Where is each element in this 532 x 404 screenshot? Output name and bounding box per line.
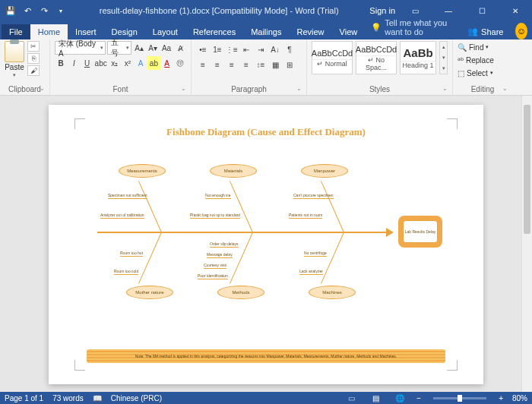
strikethrough-button[interactable]: abc	[94, 56, 108, 70]
share-button[interactable]: 👥 Share	[460, 24, 511, 39]
tab-layout[interactable]: Layout	[145, 24, 185, 39]
align-center-icon[interactable]: ≡	[211, 58, 224, 71]
style-normal[interactable]: AaBbCcDd ↵ Normal	[312, 41, 353, 74]
style-preview: AaBbCcDd	[312, 49, 353, 58]
status-words[interactable]: 73 words	[52, 394, 84, 402]
show-marks-icon[interactable]: ¶	[283, 43, 296, 56]
status-proofing-icon[interactable]: 📖	[93, 394, 102, 402]
align-right-icon[interactable]: ≡	[225, 58, 239, 71]
shading-icon[interactable]: ▦	[268, 58, 282, 71]
styles-gallery-more[interactable]: ▴▾▾	[439, 41, 448, 74]
qat-more-icon[interactable]: ▾	[53, 3, 68, 18]
zoom-in-icon[interactable]: +	[499, 394, 503, 402]
cause-item: Patients not in room	[289, 213, 322, 219]
style-no-spacing[interactable]: AaBbCcDd ↵ No Spac...	[356, 41, 397, 74]
margin-corner	[447, 118, 458, 129]
signin-link[interactable]: Sign in	[369, 6, 395, 15]
fishbone-head: Lab Results Delay	[398, 216, 442, 248]
text-effects-icon[interactable]: A	[135, 56, 147, 70]
window-title: result-delay-fishbone (1).docx [Compatib…	[68, 6, 369, 15]
status-page[interactable]: Page 1 of 1	[5, 394, 43, 402]
fishbone-bone	[321, 181, 344, 232]
margin-corner	[447, 360, 458, 371]
superscript-button[interactable]: x²	[122, 56, 134, 70]
undo-icon[interactable]: ↶	[20, 3, 35, 18]
zoom-level[interactable]: 80%	[512, 394, 527, 402]
tell-me-search[interactable]: 💡 Tell me what you want to do	[365, 15, 460, 39]
cause-item: Not enough ice	[205, 193, 231, 199]
bold-button[interactable]: B	[55, 56, 67, 70]
group-label-editing: Editing	[458, 84, 508, 95]
vertical-scrollbar[interactable]	[521, 96, 532, 392]
feedback-smiley-icon[interactable]: ☺	[515, 23, 527, 39]
cause-item: Analyzer out of calibration	[100, 213, 144, 219]
underline-button[interactable]: U	[81, 56, 93, 70]
tab-design[interactable]: Design	[104, 24, 145, 39]
font-size-combo[interactable]: 五号	[107, 41, 131, 55]
format-painter-icon[interactable]: 🖌	[27, 65, 40, 76]
multilevel-icon[interactable]: ⋮≡	[225, 43, 239, 56]
group-styles: AaBbCcDd ↵ Normal AaBbCcDd ↵ No Spac... …	[307, 39, 453, 95]
change-case-icon[interactable]: Aa	[160, 41, 173, 55]
line-spacing-icon[interactable]: ↕≡	[254, 58, 268, 71]
margin-corner	[74, 118, 85, 129]
cause-item: Plastic bag not up to standard	[190, 213, 240, 219]
paste-button[interactable]: Paste ▾	[5, 41, 24, 78]
category-measurements: Measurements	[119, 164, 166, 178]
category-manpower: Manpower	[301, 164, 348, 178]
justify-icon[interactable]: ≡	[239, 58, 253, 71]
select-button[interactable]: ⬚Select▾	[458, 67, 508, 79]
borders-icon[interactable]: ⊞	[283, 58, 296, 71]
zoom-slider[interactable]	[433, 397, 486, 399]
style-preview: AaBb	[403, 46, 432, 59]
align-left-icon[interactable]: ≡	[196, 58, 210, 71]
italic-button[interactable]: I	[68, 56, 80, 70]
zoom-out-icon[interactable]: −	[416, 394, 421, 402]
document-page[interactable]: Fishbone Diagram (Cause and Effect Diagr…	[49, 105, 483, 384]
tab-references[interactable]: References	[185, 24, 243, 39]
cause-item: No centrifuge	[304, 251, 327, 257]
tab-view[interactable]: View	[332, 24, 366, 39]
status-language[interactable]: Chinese (PRC)	[111, 394, 162, 402]
clear-formatting-icon[interactable]: A̷	[174, 41, 186, 55]
style-heading1[interactable]: AaBb Heading 1	[400, 41, 436, 74]
copy-icon[interactable]: ⎘	[27, 53, 40, 64]
cause-item: Room too cold	[114, 269, 138, 275]
find-button[interactable]: 🔍Find▾	[458, 41, 508, 53]
close-icon[interactable]: ✕	[502, 0, 529, 21]
highlight-icon[interactable]: ab	[147, 56, 160, 70]
save-icon[interactable]: 💾	[3, 3, 18, 18]
cause-item: Room too hot	[120, 251, 143, 257]
group-editing: 🔍Find▾ ᵃᵇReplace ⬚Select▾ Editing	[453, 39, 512, 95]
cause-item: Courtesy visit	[204, 263, 226, 269]
sort-icon[interactable]: A↓	[268, 43, 282, 56]
fishbone-bone	[138, 232, 162, 284]
tab-file[interactable]: File	[2, 24, 30, 39]
tab-review[interactable]: Review	[290, 24, 332, 39]
increase-indent-icon[interactable]: ⇥	[254, 43, 268, 56]
tab-insert[interactable]: Insert	[68, 24, 104, 39]
font-name-combo[interactable]: 宋体 (Body A	[55, 41, 106, 55]
shrink-font-icon[interactable]: A▾	[147, 41, 159, 55]
view-print-icon[interactable]: ▤	[368, 393, 383, 403]
fishbone-bone	[230, 181, 253, 232]
scrollbar-thumb[interactable]	[524, 105, 530, 234]
redo-icon[interactable]: ↷	[36, 3, 52, 18]
view-read-icon[interactable]: ▭	[344, 393, 359, 403]
tab-mailings[interactable]: Mailings	[243, 24, 289, 39]
replace-button[interactable]: ᵃᵇReplace	[458, 54, 508, 66]
group-label-styles: Styles	[312, 84, 448, 95]
bullets-icon[interactable]: •≡	[196, 43, 210, 56]
enclose-character-icon[interactable]: ㊞	[174, 56, 186, 70]
cause-item: Lack analyzer	[299, 269, 323, 275]
style-preview: AaBbCcDd	[356, 45, 397, 54]
view-web-icon[interactable]: 🌐	[392, 393, 407, 403]
maximize-icon[interactable]: ☐	[468, 0, 496, 21]
tab-home[interactable]: Home	[30, 24, 68, 39]
cause-item: Poor identification	[198, 273, 228, 279]
numbering-icon[interactable]: 1≡	[211, 43, 224, 56]
grow-font-icon[interactable]: A▴	[133, 41, 145, 55]
cut-icon[interactable]: ✂	[27, 41, 40, 52]
decrease-indent-icon[interactable]: ⇤	[239, 43, 253, 56]
font-color-icon[interactable]: A	[161, 56, 173, 70]
